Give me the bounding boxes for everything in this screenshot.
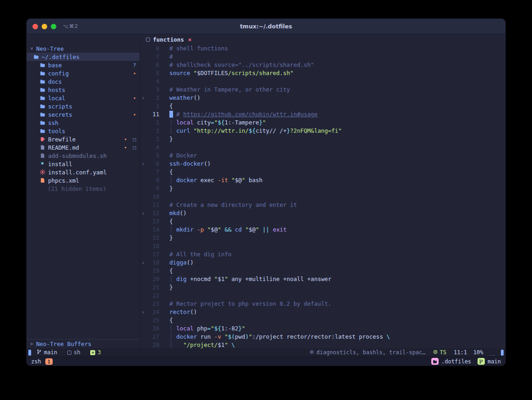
code-line[interactable]: 17# All the dig info bbox=[140, 250, 505, 259]
tree-item-install[interactable]: *install bbox=[27, 160, 140, 168]
buffers-title: Neo-Tree Buffers bbox=[36, 341, 91, 347]
sign-column bbox=[159, 151, 169, 160]
code-line[interactable]: 19{ bbox=[140, 267, 505, 275]
tmux-session-name[interactable]: zsh bbox=[31, 358, 41, 365]
close-window-button[interactable] bbox=[33, 24, 38, 29]
tree-item-hosts[interactable]: hosts bbox=[27, 86, 140, 94]
code-line[interactable]: 2│ curl "http://wttr.in/${city// /+}?2nF… bbox=[140, 127, 505, 135]
code-line[interactable]: 7# bbox=[140, 53, 505, 61]
code-text: │ mkdir -p "$@" && cd "$@" || exit bbox=[169, 226, 287, 234]
tree-item-label: scripts bbox=[48, 103, 72, 110]
code-line[interactable]: >2weather() bbox=[140, 94, 505, 102]
sign-column bbox=[159, 201, 169, 209]
window-controls bbox=[33, 24, 56, 29]
tree-item-README.md[interactable]: README.md•□ bbox=[27, 143, 140, 151]
fold-chevron-icon[interactable]: > bbox=[141, 212, 145, 214]
sign-column bbox=[159, 119, 169, 127]
code-line[interactable]: 20│ dig +nocmd "$1" any +multiline +noal… bbox=[140, 275, 505, 283]
code-line[interactable]: 14│ mkdir -p "$@" && cd "$@" || exit bbox=[140, 226, 505, 234]
code-line[interactable]: 28│ "/project/$1" \ bbox=[140, 341, 505, 348]
code-line[interactable]: 1{ bbox=[140, 102, 505, 110]
code-line[interactable]: 22 bbox=[140, 292, 505, 300]
desktop: ⌥⌘2 tmux:~/.dotfiles functions × > Neo-T… bbox=[0, 0, 532, 400]
minimize-window-button[interactable] bbox=[42, 24, 47, 29]
tree-item-scripts[interactable]: scripts bbox=[27, 102, 140, 110]
tree-item-secrets[interactable]: secrets• bbox=[27, 110, 140, 119]
neo-tree-source-header[interactable]: > Neo-Tree bbox=[27, 44, 140, 53]
code-line[interactable]: 4 bbox=[140, 77, 505, 86]
line-number: 5 bbox=[146, 151, 159, 160]
code-line[interactable]: 23# Rector project to php version 8.2 by… bbox=[140, 300, 505, 308]
tree-item-tools[interactable]: tools bbox=[27, 127, 140, 135]
fold-column bbox=[140, 127, 146, 135]
code-text: # Rector project to php version 8.2 by d… bbox=[169, 300, 331, 308]
code-line[interactable]: 4 bbox=[140, 143, 505, 151]
fold-column bbox=[140, 242, 146, 250]
code-text: # All the dig info bbox=[169, 250, 231, 259]
zoom-window-button[interactable] bbox=[51, 24, 56, 29]
tree-item-docs[interactable]: docs bbox=[27, 77, 140, 86]
code-line[interactable]: 21} bbox=[140, 283, 505, 292]
code-line[interactable]: 11# Create a new directory and enter it bbox=[140, 201, 505, 209]
tree-root-item[interactable]: ~/.dotfiles bbox=[27, 53, 140, 61]
code-line[interactable]: 27│ docker run -v "$(pwd)":/project rect… bbox=[140, 333, 505, 341]
sign-column bbox=[159, 160, 169, 168]
tree-item-phpcs.xml[interactable]: phpcs.xml bbox=[27, 176, 140, 184]
code-text: │ docker run -v "$(pwd)":/project rector… bbox=[169, 333, 390, 341]
code-line[interactable]: 15} bbox=[140, 234, 505, 242]
code-line[interactable]: 8# shell functions bbox=[140, 44, 505, 53]
code-line[interactable]: >12mkd() bbox=[140, 209, 505, 217]
tree-item-add-submodules.sh[interactable]: add-submodules.sh bbox=[27, 151, 140, 160]
code-line[interactable]: 10 bbox=[140, 193, 505, 201]
tree-item-config[interactable]: config• bbox=[27, 69, 140, 77]
code-line[interactable]: >24rector() bbox=[140, 308, 505, 316]
code-line[interactable]: 6# shellcheck source="../scripts/shared.… bbox=[140, 61, 505, 69]
tree-item-base[interactable]: base? bbox=[27, 61, 140, 69]
code-line[interactable]: >6ssh-docker() bbox=[140, 160, 505, 168]
tab-functions[interactable]: functions × bbox=[146, 36, 191, 43]
fold-chevron-icon[interactable]: > bbox=[141, 97, 145, 99]
code-line[interactable]: 26│ local php="${1:-82}" bbox=[140, 324, 505, 333]
line-number: 11 bbox=[146, 201, 159, 209]
cursor-position: 11:1 bbox=[454, 349, 467, 356]
fold-column bbox=[140, 324, 146, 333]
chevron-right-icon: > bbox=[30, 342, 33, 346]
code-line[interactable]: 3# Weather in Tampere, or other city bbox=[140, 86, 505, 94]
code-line[interactable]: 9} bbox=[140, 184, 505, 193]
fold-chevron-icon[interactable]: > bbox=[141, 261, 145, 264]
code-text: │ local php="${1:-82}" bbox=[169, 324, 245, 333]
line-number: 3 bbox=[146, 135, 159, 143]
line-number: 8 bbox=[146, 44, 159, 53]
sign-column bbox=[159, 184, 169, 193]
code-line[interactable]: 5source "$DOTFILES/scripts/shared.sh" bbox=[140, 69, 505, 77]
tree-item-label: local bbox=[48, 95, 65, 102]
code-text: { bbox=[169, 102, 173, 110]
neo-tree-buffers-header[interactable]: > Neo-Tree Buffers bbox=[27, 339, 140, 348]
line-number: 18 bbox=[146, 259, 159, 267]
tree-item-local[interactable]: local• bbox=[27, 94, 140, 102]
tree-item-install.conf.yaml[interactable]: install.conf.yaml bbox=[27, 168, 140, 176]
code-line[interactable]: 8│ docker exec -it "$@" bash bbox=[140, 176, 505, 184]
fold-chevron-icon[interactable]: > bbox=[141, 311, 145, 313]
code-line[interactable]: 16 bbox=[140, 242, 505, 250]
code-line[interactable]: 1│ local city="${1:-Tampere}" bbox=[140, 119, 505, 127]
tree-item-ssh[interactable]: ssh bbox=[27, 119, 140, 127]
code-line[interactable]: 11 # https://github.com/chubin/wttr.in#u… bbox=[140, 110, 505, 119]
tmux-path-label: .dotfiles bbox=[441, 358, 471, 365]
tmux-window-index-badge[interactable]: 1 bbox=[45, 358, 53, 365]
fold-column bbox=[140, 201, 146, 209]
close-tab-icon[interactable]: × bbox=[188, 36, 192, 43]
tree-item-Brewfile[interactable]: Brewfile•□ bbox=[27, 135, 140, 143]
editor[interactable]: 8# shell functions7#6# shellcheck source… bbox=[140, 44, 505, 348]
line-number: 1 bbox=[146, 119, 159, 127]
line-number: 27 bbox=[146, 333, 159, 341]
code-line[interactable]: 3} bbox=[140, 135, 505, 143]
fold-chevron-icon[interactable]: > bbox=[141, 162, 145, 165]
code-line[interactable]: 25{ bbox=[140, 316, 505, 324]
sign-column bbox=[159, 143, 169, 151]
code-line[interactable]: >18digga() bbox=[140, 259, 505, 267]
code-line[interactable]: 13{ bbox=[140, 217, 505, 226]
code-line[interactable]: 5# Docker bbox=[140, 151, 505, 160]
code-line[interactable]: 7{ bbox=[140, 168, 505, 176]
hidden-items-label: (21 hidden items) bbox=[48, 185, 106, 192]
